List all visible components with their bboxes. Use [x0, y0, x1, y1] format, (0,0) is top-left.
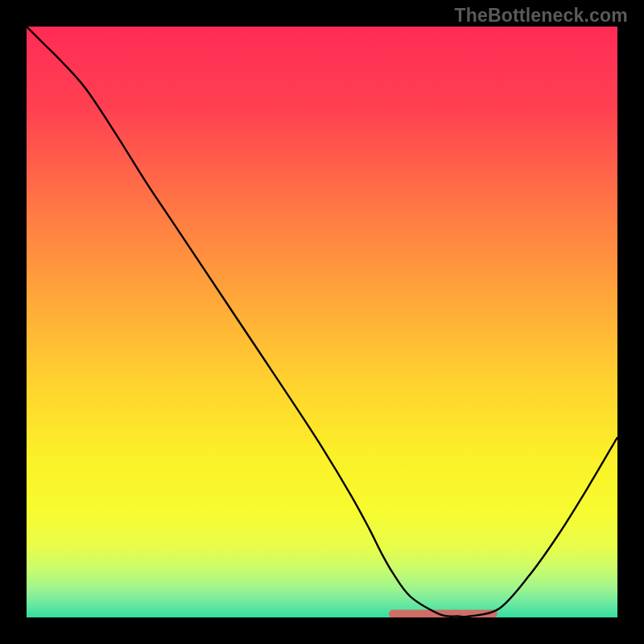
plot-area	[27, 27, 617, 617]
chart-frame: TheBottleneck.com	[0, 0, 644, 644]
curve-layer	[27, 27, 617, 617]
bottleneck-curve	[27, 27, 617, 617]
watermark-text: TheBottleneck.com	[454, 5, 628, 27]
